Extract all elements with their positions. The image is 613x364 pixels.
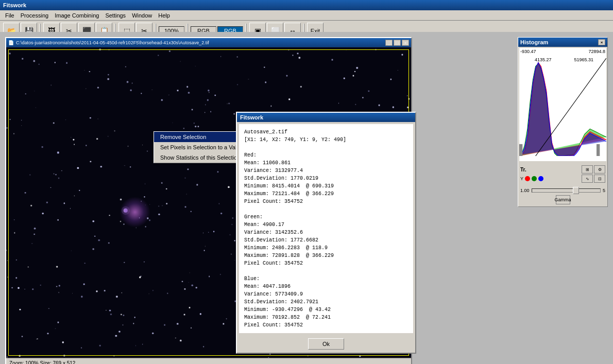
red-min: Minimum: 8415.4014 @ 690.319	[244, 182, 408, 190]
blue-px: Pixel Count: 354752	[244, 321, 408, 329]
hist-ctrl-tr-row: Tr. ⊞ ⚙	[520, 165, 605, 174]
histogram-area: -930.47 72894.8 4135.27 51965.31	[519, 48, 606, 161]
green-var: Variance: 3142352.6	[244, 229, 408, 236]
hist-settings-btn[interactable]: ⚙	[594, 165, 605, 174]
zoom-status: Zoom: 100% Size: 769 x 512	[9, 360, 75, 364]
stats-footer: Ok	[237, 335, 415, 353]
red-header: Red:	[244, 151, 408, 159]
menu-settings[interactable]: Settings	[102, 12, 129, 19]
svg-rect-2	[597, 144, 600, 156]
blue-var: Variance: 5773409.9	[244, 290, 408, 298]
selection-line: [X1: 14, X2: 749, Y1: 9, Y2: 490]	[244, 136, 408, 144]
histogram-svg	[519, 58, 606, 156]
close-btn[interactable]: ×	[402, 40, 409, 46]
gamma-slider-thumb[interactable]	[573, 187, 579, 194]
green-mean: Mean: 4900.17	[244, 221, 408, 229]
blue-max: Maximum: 70192.852 @ 72.241	[244, 314, 408, 321]
red-std: Std.Deviation: 1770.0219	[244, 175, 408, 182]
ok-button[interactable]: Ok	[308, 338, 344, 350]
green-max: Maximum: 72891.828 @ 366.229	[244, 252, 408, 259]
main-area: 📄 C:\datos-juan\astronomia\shots\2011-04…	[0, 32, 613, 364]
hist-green-dot[interactable]	[532, 176, 537, 181]
green-min: Minimum: 2486.2283 @ 118.9	[244, 244, 408, 252]
hist-red-dot[interactable]	[525, 176, 530, 181]
gamma-min-label: 1.00	[520, 188, 530, 193]
stats-dialog: Fitswork Autosave_2.tif [X1: 14, X2: 749…	[236, 112, 416, 354]
menu-bar: File Processing Image Combining Settings…	[0, 10, 613, 21]
red-max: Maximum: 72121.484 @ 366.229	[244, 190, 408, 198]
histogram-title: Histogram ×	[518, 38, 607, 47]
blue-min: Minimum: -930.47296 @ 43.42	[244, 306, 408, 314]
hist-max-label: 72894.8	[588, 49, 605, 54]
filename-line: Autosave_2.tif	[244, 128, 408, 136]
maximize-btn[interactable]: □	[394, 40, 401, 46]
hist-min-label: -930.47	[520, 49, 536, 54]
gamma-max-label: 5	[603, 188, 605, 193]
hist-y-label: Y	[520, 176, 523, 181]
menu-processing[interactable]: Processing	[18, 12, 52, 19]
gamma-slider-row: 1.00 5	[518, 186, 607, 195]
svg-rect-1	[519, 144, 522, 156]
gamma-slider-track[interactable]	[532, 188, 601, 193]
image-status: Zoom: 100% Size: 769 x 512	[6, 358, 411, 364]
image-path: C:\datos-juan\astronomia\shots\2011-04-0…	[16, 40, 209, 45]
menu-image-combining[interactable]: Image Combining	[52, 12, 102, 19]
hist-auto-btn[interactable]: ⊡	[594, 175, 605, 183]
image-window-title: 📄 C:\datos-juan\astronomia\shots\2011-04…	[6, 38, 411, 47]
window-controls: _ □ ×	[385, 40, 409, 46]
histogram-panel: Histogram × -930.47 72894.8 4135.27 5196…	[518, 37, 608, 207]
red-mean: Mean: 11060.861	[244, 159, 408, 167]
histogram-close-btn[interactable]: ×	[598, 39, 605, 45]
hist-curve-btn[interactable]: ∿	[582, 175, 593, 183]
app-title: Fitswork	[3, 2, 26, 8]
red-var: Variance: 3132977.4	[244, 167, 408, 175]
green-px: Pixel Count: 354752	[244, 259, 408, 267]
hist-rgb-row: Y ∿ ⊡	[520, 175, 605, 183]
green-header: Green:	[244, 213, 408, 221]
stats-content: Autosave_2.tif [X1: 14, X2: 749, Y1: 9, …	[239, 124, 413, 333]
hist-expand-btn[interactable]: ⊞	[582, 165, 593, 174]
stats-dialog-title: Fitswork	[237, 113, 415, 122]
title-bar: Fitswork	[0, 0, 613, 10]
hist-blue-dot[interactable]	[538, 176, 543, 181]
green-std: Std.Deviation: 1772.6682	[244, 236, 408, 244]
menu-window[interactable]: Window	[129, 12, 155, 19]
minimize-btn[interactable]: _	[385, 40, 393, 46]
gamma-button[interactable]: Gamma	[556, 195, 570, 204]
histogram-controls: Tr. ⊞ ⚙ Y ∿ ⊡	[518, 162, 607, 186]
red-px: Pixel Count: 354752	[244, 198, 408, 205]
menu-file[interactable]: File	[2, 12, 18, 19]
blue-mean: Mean: 4047.1896	[244, 283, 408, 290]
menu-help[interactable]: Help	[155, 12, 173, 19]
blue-std: Std.Deviation: 2402.7921	[244, 298, 408, 306]
hist-tr-label: Tr.	[520, 167, 531, 172]
blue-header: Blue:	[244, 275, 408, 283]
